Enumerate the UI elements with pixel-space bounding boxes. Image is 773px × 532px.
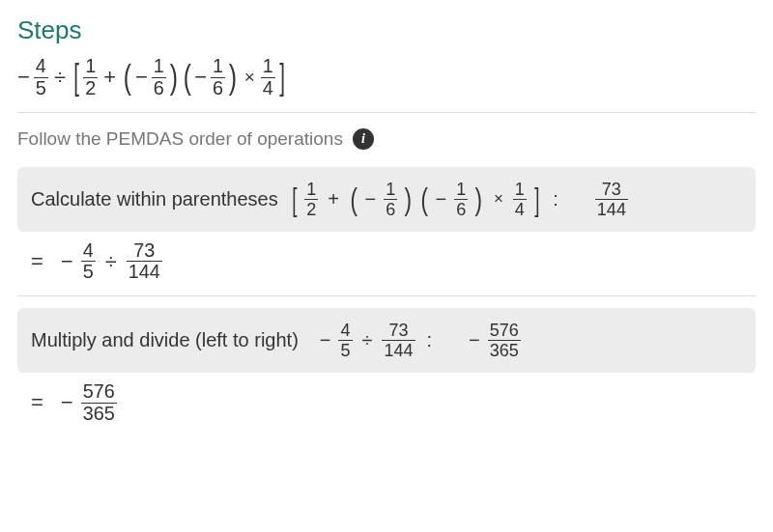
numerator: 1: [304, 181, 318, 199]
numerator: 1: [83, 57, 98, 77]
numerator: 1: [513, 181, 527, 199]
times-op: ×: [490, 189, 507, 209]
numerator: 576: [81, 382, 117, 403]
numerator: 73: [386, 322, 410, 340]
left-paren: (: [124, 63, 131, 92]
original-expression: − 4 5 ÷ [ 1 2 + ( − 1 6 ) ( − 1 6 ) × 1 …: [17, 57, 756, 98]
left-paren: (: [420, 186, 427, 212]
minus-sign: −: [436, 188, 449, 210]
minus-sign: −: [61, 249, 75, 274]
denominator: 4: [513, 199, 527, 218]
pemdas-note: Follow the PEMDAS order of operations i: [17, 128, 756, 150]
fraction-1-6a: 1 6: [152, 57, 166, 98]
step1-result-row: = − 4 5 ÷ 73 144: [31, 241, 756, 283]
divide-op: ÷: [101, 249, 121, 274]
numerator: 1: [211, 57, 225, 77]
divide-op: ÷: [358, 329, 377, 351]
numerator: 576: [488, 322, 521, 340]
divider: [17, 295, 756, 296]
numerator: 1: [454, 181, 468, 199]
plus-op: +: [324, 188, 343, 210]
numerator: 73: [131, 241, 157, 262]
denominator: 144: [127, 261, 162, 282]
denominator: 365: [81, 403, 117, 424]
right-paren: ): [405, 186, 412, 212]
left-bracket: [: [73, 62, 79, 93]
step-parentheses[interactable]: Calculate within parentheses [ 1 2 + ( −…: [17, 167, 756, 232]
denominator: 6: [152, 77, 166, 98]
fraction-1-2: 1 2: [83, 57, 98, 98]
denominator: 144: [595, 199, 628, 218]
fraction-4-5: 4 5: [338, 322, 352, 359]
fraction-4-5: 4 5: [34, 57, 48, 98]
left-paren: (: [183, 63, 190, 92]
step2-result-fraction: 576 365: [488, 322, 521, 359]
times-op: ×: [241, 67, 259, 88]
fraction-1-6a: 1 6: [384, 181, 397, 218]
right-paren: ): [475, 186, 482, 212]
numerator: 4: [338, 322, 352, 340]
denominator: 4: [261, 77, 275, 98]
minus-sign: −: [61, 390, 75, 415]
minus-sign: −: [365, 188, 379, 210]
right-paren: ): [170, 63, 178, 92]
left-paren: (: [350, 186, 357, 212]
numerator: 4: [81, 241, 96, 262]
left-bracket: [: [292, 185, 297, 213]
step-multiply-divide[interactable]: Multiply and divide (left to right) − 4 …: [17, 308, 756, 373]
fraction-1-4: 1 4: [513, 181, 527, 218]
denominator: 365: [488, 340, 521, 359]
colon: :: [547, 188, 566, 210]
right-paren: ): [229, 63, 237, 92]
fraction-73-144: 73 144: [127, 241, 162, 283]
steps-heading: Steps: [17, 15, 756, 45]
pemdas-text: Follow the PEMDAS order of operations: [17, 128, 343, 150]
divider: [17, 112, 756, 113]
denominator: 5: [338, 340, 352, 359]
info-icon[interactable]: i: [353, 128, 374, 150]
minus-sign: −: [320, 329, 333, 351]
plus-op: +: [100, 65, 120, 90]
final-fraction: 576 365: [81, 382, 117, 424]
denominator: 6: [384, 199, 397, 218]
denominator: 144: [382, 340, 415, 359]
denominator: 2: [304, 199, 318, 218]
minus-sign: −: [17, 65, 32, 90]
equals: =: [31, 249, 43, 274]
denominator: 6: [211, 77, 225, 98]
numerator: 73: [600, 181, 623, 199]
denominator: 5: [34, 77, 48, 98]
step1-result-fraction: 73 144: [595, 181, 628, 218]
fraction-1-6b: 1 6: [211, 57, 225, 98]
fraction-73-144: 73 144: [382, 322, 415, 359]
step1-label: Calculate within parentheses: [31, 188, 278, 210]
denominator: 2: [83, 77, 98, 98]
numerator: 1: [384, 181, 397, 199]
fraction-1-4: 1 4: [261, 57, 275, 98]
denominator: 5: [81, 261, 96, 282]
step2-label: Multiply and divide (left to right): [31, 329, 299, 351]
numerator: 1: [261, 57, 275, 77]
minus-sign: −: [135, 65, 150, 90]
numerator: 4: [34, 57, 48, 77]
right-bracket: ]: [534, 185, 539, 213]
colon: :: [421, 329, 441, 351]
final-result-row: = − 576 365: [31, 382, 756, 424]
fraction-1-2: 1 2: [304, 181, 318, 218]
minus-sign: −: [194, 65, 209, 90]
equals: =: [31, 390, 43, 415]
divide-op: ÷: [50, 65, 70, 90]
fraction-4-5: 4 5: [81, 241, 96, 283]
numerator: 1: [152, 57, 166, 77]
right-bracket: ]: [279, 62, 285, 93]
minus-sign: −: [469, 329, 482, 351]
fraction-1-6b: 1 6: [454, 181, 468, 218]
denominator: 6: [454, 199, 468, 218]
